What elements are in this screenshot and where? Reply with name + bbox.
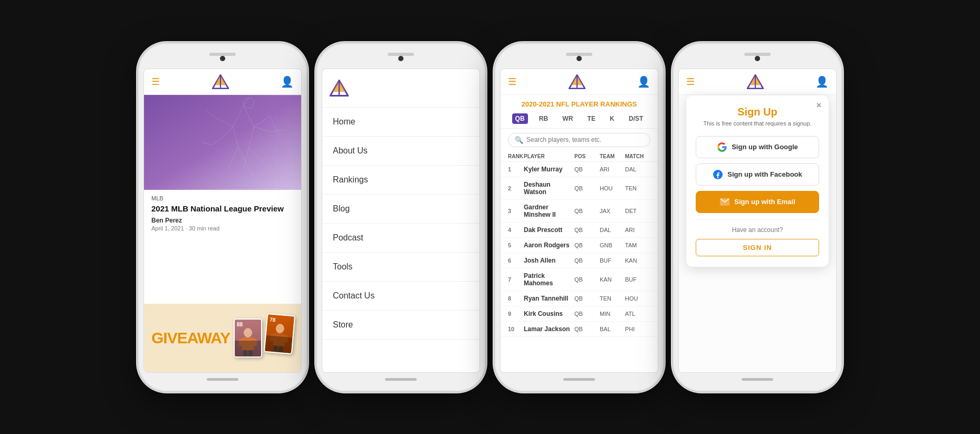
rank-cell: 9 xyxy=(508,311,524,317)
search-input[interactable] xyxy=(526,136,643,143)
camera-1 xyxy=(220,56,225,61)
hamburger-icon-4[interactable]: ☰ xyxy=(686,76,695,88)
table-row: 6 Josh Allen QB BUF KAN xyxy=(501,253,658,268)
phone-3: ☰ 👤 2020-2021 NFL PLAYER RANKINGS QB RB … xyxy=(495,43,664,391)
divider xyxy=(696,219,819,220)
menu-item-contact[interactable]: Contact Us xyxy=(322,282,479,311)
rank-cell: 6 xyxy=(508,257,524,264)
player-name-cell: Aaron Rodgers xyxy=(524,242,574,249)
search-icon: 🔍 xyxy=(515,136,523,144)
team-cell: GNB xyxy=(600,242,625,248)
user-icon-1[interactable]: 👤 xyxy=(281,75,294,88)
signup-title: Sign Up xyxy=(696,106,819,118)
menu-item-store[interactable]: Store xyxy=(322,311,479,340)
table-row: 1 Kyler Murray QB ARI DAL xyxy=(501,162,658,177)
sign-in-button[interactable]: SIGN IN xyxy=(696,239,819,256)
facebook-btn-label: Sign up with Facebook xyxy=(727,170,802,178)
pos-cell: QB xyxy=(574,185,600,191)
menu-item-rankings[interactable]: Rankings xyxy=(322,166,479,195)
post-meta: April 1, 2021 · 30 min read xyxy=(151,225,294,232)
menu-item-home[interactable]: Home xyxy=(322,108,479,137)
google-btn-label: Sign up with Google xyxy=(732,143,798,151)
search-bar[interactable]: 🔍 xyxy=(508,133,650,147)
rank-cell: 7 xyxy=(508,276,524,283)
match-cell: ATL xyxy=(625,311,650,317)
table-row: 4 Dak Prescott QB DAL ARI xyxy=(501,223,658,238)
col-team: TEAM xyxy=(600,153,625,159)
signup-subtitle: This is free content that requires a sig… xyxy=(696,120,819,127)
table-row: 2 Deshaun Watson QB HOU TEN xyxy=(501,177,658,200)
logo-1 xyxy=(212,74,229,89)
pos-tab-wr[interactable]: WR xyxy=(559,113,576,124)
post-category: MLB xyxy=(151,195,294,201)
rank-cell: 2 xyxy=(508,185,524,191)
pos-tab-k[interactable]: K xyxy=(607,113,618,124)
svg-rect-27 xyxy=(253,339,257,346)
match-cell: TAM xyxy=(625,242,650,248)
pos-tab-qb[interactable]: QB xyxy=(512,113,528,124)
rankings-table: RANK PLAYER POS TEAM MATCH 1 Kyler Murra… xyxy=(501,151,658,372)
phone-top-1 xyxy=(143,51,302,66)
col-rank: RANK xyxy=(508,153,524,159)
player-name-cell: Lamar Jackson xyxy=(524,325,574,333)
match-cell: BUF xyxy=(625,276,650,283)
col-player: PLAYER xyxy=(524,153,574,159)
home-indicator-4[interactable] xyxy=(742,378,773,381)
team-cell: KAN xyxy=(600,276,625,283)
menu-item-podcast[interactable]: Podcast xyxy=(322,224,479,253)
svg-point-30 xyxy=(275,323,285,333)
table-row: 3 Gardner Minshew II QB JAX DET xyxy=(501,200,658,223)
have-account-text: Have an account? xyxy=(696,226,819,234)
hamburger-icon[interactable]: ☰ xyxy=(151,76,160,88)
table-header: RANK PLAYER POS TEAM MATCH xyxy=(501,151,658,162)
post-author: Ben Perez xyxy=(151,217,294,224)
player-name-cell: Ryan Tannehill xyxy=(524,295,574,302)
home-indicator-1[interactable] xyxy=(207,378,238,381)
phone-bottom-2 xyxy=(322,378,480,381)
pos-cell: QB xyxy=(574,295,600,302)
pos-tab-dst[interactable]: D/ST xyxy=(626,113,646,124)
camera-4 xyxy=(755,56,760,61)
logo-3 xyxy=(569,74,585,89)
player-name-cell: Kirk Cousins xyxy=(524,310,574,317)
close-button[interactable]: × xyxy=(816,101,821,110)
giveaway-text: GIVEAWAY xyxy=(151,329,230,347)
svg-rect-28 xyxy=(243,350,247,356)
user-icon-3[interactable]: 👤 xyxy=(637,75,650,88)
team-cell: BUF xyxy=(600,257,625,264)
pos-cell: QB xyxy=(574,276,600,283)
logo-area-2 xyxy=(322,69,479,108)
svg-point-24 xyxy=(244,328,252,337)
card-number-2: 78 xyxy=(270,316,276,323)
post-title: 2021 MLB National League Preview xyxy=(151,204,294,214)
pos-tab-te[interactable]: TE xyxy=(584,113,599,124)
menu-item-blog[interactable]: Blog xyxy=(322,195,479,224)
pos-cell: QB xyxy=(574,166,600,172)
header-1: ☰ 👤 xyxy=(144,69,301,95)
rankings-rows: 1 Kyler Murray QB ARI DAL 2 Deshaun Wats… xyxy=(501,162,658,337)
pos-cell: QB xyxy=(574,242,600,248)
svg-rect-32 xyxy=(270,333,275,341)
user-icon-4[interactable]: 👤 xyxy=(815,75,829,88)
facebook-signup-button[interactable]: Sign up with Facebook xyxy=(696,163,819,186)
col-match: MATCH xyxy=(625,153,650,159)
menu-list: Home About Us Rankings Blog Podcast Tool… xyxy=(322,108,479,372)
menu-item-about[interactable]: About Us xyxy=(322,137,479,166)
google-signup-button[interactable]: Sign up with Google xyxy=(696,136,819,158)
phone-bottom-1 xyxy=(143,378,302,381)
table-row: 9 Kirk Cousins QB MIN ATL xyxy=(501,306,658,322)
pos-tab-rb[interactable]: RB xyxy=(536,113,551,124)
hamburger-icon-3[interactable]: ☰ xyxy=(508,76,516,88)
hero-image xyxy=(144,95,301,190)
svg-rect-31 xyxy=(273,333,285,346)
camera-2 xyxy=(398,56,403,61)
team-cell: HOU xyxy=(600,185,625,191)
logo-4 xyxy=(747,74,764,89)
team-cell: TEN xyxy=(600,295,625,302)
home-indicator-3[interactable] xyxy=(563,378,595,381)
match-cell: DAL xyxy=(625,166,650,172)
email-signup-button[interactable]: Sign up with Email xyxy=(696,191,819,213)
screen-4: ☰ 👤 × Sign Up This is free content that … xyxy=(678,69,837,373)
home-indicator-2[interactable] xyxy=(385,378,417,381)
menu-item-tools[interactable]: Tools xyxy=(322,253,479,282)
